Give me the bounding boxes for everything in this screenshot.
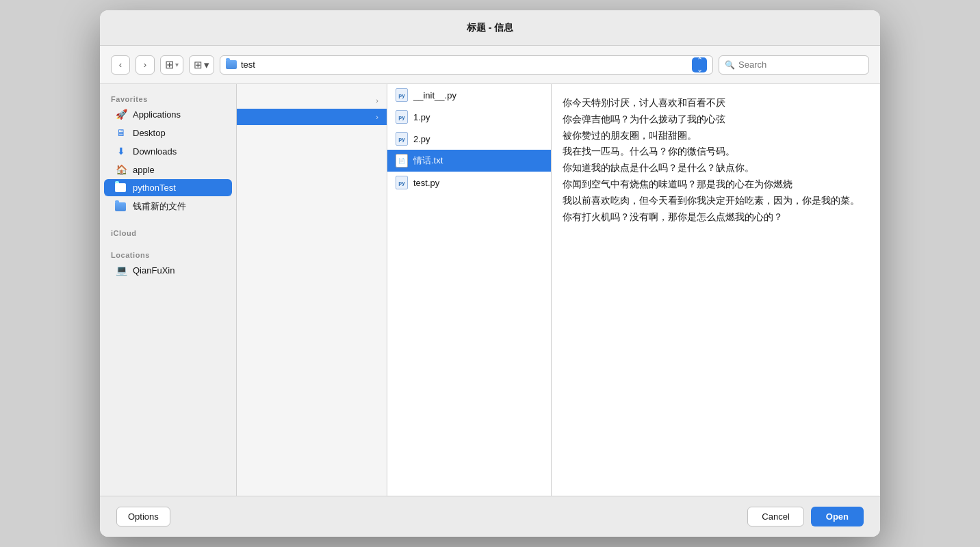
window-title: 标题 - 信息: [467, 22, 513, 34]
file-item-1py[interactable]: py 1.py: [387, 106, 551, 128]
search-bar[interactable]: 🔍: [719, 55, 869, 75]
col1-selected-item[interactable]: ›: [237, 109, 387, 125]
col1-arrow-icon: ›: [376, 96, 378, 105]
bottom-bar: Options Cancel Open: [100, 496, 880, 537]
search-icon: 🔍: [725, 60, 735, 70]
pythontest-icon: [115, 183, 127, 192]
file-item-qinghua[interactable]: 📄 情话.txt: [387, 150, 551, 172]
sidebar-label-apple: apple: [133, 165, 155, 175]
sidebar-item-applications[interactable]: 🚀 Applications: [104, 105, 232, 123]
sidebar-label-downloads: Downloads: [133, 146, 177, 157]
file-name-2py: 2.py: [413, 134, 430, 144]
file-name-testpy: test.py: [413, 178, 439, 188]
py-file-icon-2: py: [396, 132, 408, 146]
col1-panel: › ›: [237, 84, 387, 496]
forward-button[interactable]: ›: [136, 55, 155, 75]
sidebar-label-qian: 钱甫新的文件: [133, 200, 186, 213]
cancel-button[interactable]: Cancel: [747, 507, 803, 526]
py-file-icon-init: py: [396, 88, 408, 102]
sidebar-item-qianfuxin[interactable]: 💻 QianFuXin: [104, 261, 232, 279]
downloads-icon: ⬇: [115, 146, 127, 157]
py-file-icon-test: py: [396, 176, 408, 189]
main-content: Favorites 🚀 Applications 🖥 Desktop ⬇ Dow…: [100, 84, 880, 496]
file-browser: › › py __init__.py py 1.py py: [237, 84, 880, 496]
preview-line-8: 你有打火机吗？没有啊，那你是怎么点燃我的心的？: [563, 209, 869, 226]
sort-chevron-icon: ▾: [204, 59, 209, 71]
txt-file-icon-qinghua: 📄: [396, 154, 408, 168]
title-bar: 标题 - 信息: [100, 10, 880, 46]
qian-folder-icon: [115, 202, 127, 211]
sidebar-label-qianfuxin: QianFuXin: [133, 265, 175, 276]
qianfuxin-icon: 💻: [115, 265, 127, 276]
preview-line-7: 我以前喜欢吃肉，但今天看到你我决定开始吃素，因为，你是我的菜。: [563, 193, 869, 209]
folder-location-icon: [226, 60, 237, 69]
open-button[interactable]: Open: [811, 507, 864, 526]
location-expand-button[interactable]: ⌃⌄: [692, 57, 707, 72]
action-buttons: Cancel Open: [747, 507, 864, 526]
sidebar-label-desktop: Desktop: [133, 128, 166, 138]
sidebar: Favorites 🚀 Applications 🖥 Desktop ⬇ Dow…: [100, 84, 237, 496]
back-icon: ‹: [119, 59, 122, 70]
preview-panel: 你今天特别讨厌，讨人喜欢和百看不厌 你会弹吉他吗？为什么拨动了我的心弦 被你赞过…: [552, 84, 880, 496]
preview-line-5: 你知道我的缺点是什么吗？是什么？缺点你。: [563, 160, 869, 176]
preview-line-6: 你闻到空气中有烧焦的味道吗？那是我的心在为你燃烧: [563, 176, 869, 193]
sort-selector[interactable]: ⊞ ▾: [189, 55, 214, 75]
location-bar[interactable]: test ⌃⌄: [220, 55, 713, 75]
forward-icon: ›: [144, 59, 146, 70]
view-columns-icon: ⊞: [165, 58, 174, 71]
file-item-testpy[interactable]: py test.py: [387, 172, 551, 194]
toolbar: ‹ › ⊞ ▾ ⊞ ▾ test ⌃⌄ 🔍: [100, 46, 880, 84]
preview-line-4: 我在找一匹马。什么马？你的微信号码。: [563, 144, 869, 160]
sidebar-label-pythontest: pythonTest: [133, 183, 176, 193]
sidebar-item-qian[interactable]: 钱甫新的文件: [104, 197, 232, 216]
gap1: [100, 217, 236, 226]
file-name-1py: 1.py: [413, 112, 430, 122]
preview-line-2: 你会弹吉他吗？为什么拨动了我的心弦: [563, 111, 869, 128]
file-name-qinghua: 情话.txt: [413, 155, 443, 167]
sidebar-item-downloads[interactable]: ⬇ Downloads: [104, 142, 232, 160]
col1-item-arrow[interactable]: ›: [237, 92, 387, 109]
gap2: [100, 239, 236, 248]
preview-line-1: 你今天特别讨厌，讨人喜欢和百看不厌: [563, 95, 869, 111]
sidebar-item-apple[interactable]: 🏠 apple: [104, 161, 232, 178]
view-chevron-icon: ▾: [175, 61, 179, 68]
desktop-icon: 🖥: [115, 127, 127, 138]
view-selector[interactable]: ⊞ ▾: [160, 55, 183, 75]
file-item-init[interactable]: py __init__.py: [387, 84, 551, 106]
sidebar-label-applications: Applications: [133, 109, 181, 120]
file-item-2py[interactable]: py 2.py: [387, 128, 551, 150]
col1-selected-arrow-icon: ›: [376, 113, 378, 121]
expand-icon: ⌃⌄: [697, 56, 703, 74]
py-file-icon-1: py: [396, 110, 408, 124]
files-column: py __init__.py py 1.py py 2.py 📄 情话.txt …: [387, 84, 552, 496]
sidebar-item-pythontest[interactable]: pythonTest: [104, 179, 232, 196]
file-picker-dialog: 标题 - 信息 ‹ › ⊞ ▾ ⊞ ▾ test ⌃⌄ 🔍: [100, 10, 880, 537]
favorites-header: Favorites: [100, 92, 236, 105]
options-button[interactable]: Options: [116, 507, 170, 526]
preview-line-3: 被你赞过的朋友圈，叫甜甜圈。: [563, 128, 869, 144]
location-text: test: [241, 59, 688, 70]
icloud-header: iCloud: [100, 226, 236, 239]
locations-header: Locations: [100, 248, 236, 261]
search-input[interactable]: [738, 59, 863, 70]
col1-item-top[interactable]: [237, 84, 387, 92]
back-button[interactable]: ‹: [111, 55, 130, 75]
sidebar-item-desktop[interactable]: 🖥 Desktop: [104, 124, 232, 142]
applications-icon: 🚀: [115, 109, 127, 120]
file-name-init: __init__.py: [413, 90, 456, 101]
sort-icon: ⊞: [194, 59, 203, 71]
apple-icon: 🏠: [115, 164, 127, 175]
